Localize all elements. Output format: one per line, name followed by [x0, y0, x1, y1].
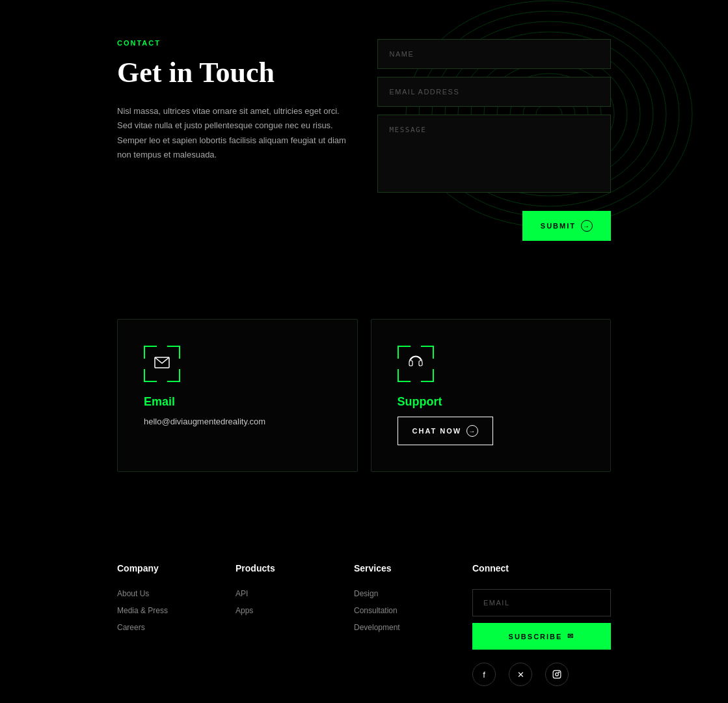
api-link[interactable]: API: [236, 589, 328, 598]
subscribe-button[interactable]: SUBSCRIBE ✉: [472, 623, 611, 650]
contact-description: Nisl massa, ultrices vitae ornare sit am…: [117, 104, 351, 161]
careers-link[interactable]: Careers: [117, 623, 209, 632]
svg-point-14: [559, 672, 559, 672]
instagram-icon[interactable]: [545, 663, 569, 686]
products-title: Products: [236, 563, 328, 573]
email-field-group: [377, 77, 612, 107]
twitter-x-icon[interactable]: ✕: [509, 663, 532, 686]
support-card-title: Support: [398, 395, 585, 409]
email-input[interactable]: [377, 77, 612, 107]
facebook-icon[interactable]: f: [472, 663, 496, 686]
cards-section: Email hello@diviaugmentedreality.com Sup…: [0, 293, 728, 498]
email-address: hello@diviaugmentedreality.com: [144, 417, 331, 426]
about-us-link[interactable]: About Us: [117, 589, 209, 598]
footer-services-col: Services Design Consultation Development: [354, 563, 446, 686]
subscribe-email-input[interactable]: [472, 589, 611, 616]
contact-label: CONTACT: [117, 39, 351, 47]
footer-products-col: Products API Apps: [236, 563, 328, 686]
support-card: Support CHAT NOW →: [371, 319, 612, 472]
design-link[interactable]: Design: [354, 589, 446, 598]
message-field-group: [377, 115, 612, 195]
contact-section: CONTACT Get in Touch Nisl massa, ultrice…: [0, 0, 728, 280]
media-press-link[interactable]: Media & Press: [117, 606, 209, 615]
chat-arrow-icon: →: [466, 425, 478, 437]
consultation-link[interactable]: Consultation: [354, 606, 446, 615]
subscribe-icon: ✉: [567, 632, 574, 641]
email-icon: [154, 354, 170, 374]
name-input[interactable]: [377, 39, 612, 69]
development-link[interactable]: Development: [354, 623, 446, 632]
svg-point-13: [556, 673, 559, 676]
apps-link[interactable]: Apps: [236, 606, 328, 615]
message-textarea[interactable]: [377, 115, 612, 193]
name-field-group: [377, 39, 612, 69]
contact-form: SUBMIT →: [377, 39, 612, 241]
svg-rect-12: [553, 670, 561, 678]
footer-company-col: Company About Us Media & Press Careers: [117, 563, 209, 686]
contact-left: CONTACT Get in Touch Nisl massa, ultrice…: [117, 39, 351, 241]
footer: Company About Us Media & Press Careers P…: [0, 524, 728, 703]
support-icon: [407, 354, 424, 374]
email-icon-wrapper: [144, 346, 180, 382]
footer-connect-col: Connect SUBSCRIBE ✉ f ✕: [472, 563, 611, 686]
email-card-title: Email: [144, 395, 331, 409]
submit-button[interactable]: SUBMIT →: [522, 211, 611, 241]
company-title: Company: [117, 563, 209, 573]
footer-grid: Company About Us Media & Press Careers P…: [117, 563, 611, 686]
social-icons: f ✕: [472, 663, 611, 686]
email-card: Email hello@diviaugmentedreality.com: [117, 319, 358, 472]
contact-title: Get in Touch: [117, 57, 351, 89]
services-title: Services: [354, 563, 446, 573]
chat-now-button[interactable]: CHAT NOW →: [398, 417, 494, 445]
support-icon-wrapper: [398, 346, 434, 382]
connect-title: Connect: [472, 563, 611, 573]
submit-arrow-icon: →: [581, 220, 593, 232]
